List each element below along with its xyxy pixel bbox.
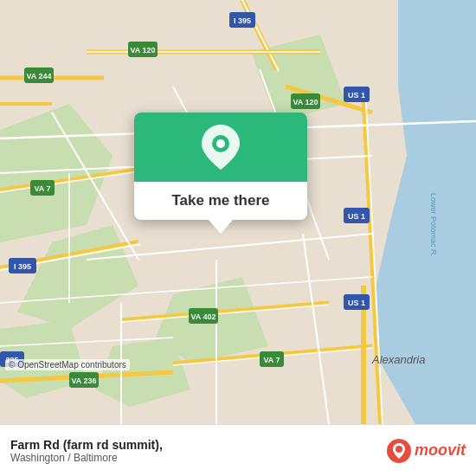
popup-header <box>134 113 307 182</box>
svg-text:VA 244: VA 244 <box>26 72 51 80</box>
osm-credit: © OpenStreetMap contributors <box>5 359 130 370</box>
svg-text:VA 120: VA 120 <box>293 98 318 106</box>
svg-text:VA 7: VA 7 <box>263 356 280 364</box>
svg-text:VA 236: VA 236 <box>71 376 96 385</box>
svg-text:US 1: US 1 <box>348 91 365 100</box>
svg-text:VA 7: VA 7 <box>34 184 50 193</box>
popup-card[interactable]: Take me there <box>134 113 307 220</box>
moovit-logo: moovit <box>387 439 466 463</box>
footer-location: Farm Rd (farm rd summit), Washington / B… <box>10 438 378 464</box>
svg-text:I 395: I 395 <box>234 16 251 25</box>
footer-bar: Farm Rd (farm rd summit), Washington / B… <box>0 424 476 476</box>
svg-text:Lower Potomac R.: Lower Potomac R. <box>429 193 438 257</box>
svg-point-71 <box>396 446 402 453</box>
svg-text:Alexandria: Alexandria <box>371 353 425 366</box>
take-me-there-label[interactable]: Take me there <box>171 192 269 209</box>
svg-text:US 1: US 1 <box>348 212 365 221</box>
location-region: Washington / Baltimore <box>10 452 378 464</box>
svg-text:VA 402: VA 402 <box>190 312 215 321</box>
popup-arrow <box>209 220 233 234</box>
svg-text:I 395: I 395 <box>14 262 31 271</box>
popup-text: Take me there <box>158 182 283 220</box>
svg-text:VA 120: VA 120 <box>130 46 155 55</box>
map-container: I 395 VA 120 VA 244 VA 7 I 395 VA 120 US… <box>0 0 476 424</box>
moovit-icon <box>387 439 411 463</box>
location-name: Farm Rd (farm rd summit), <box>10 438 378 452</box>
location-pin-icon <box>202 125 240 170</box>
svg-point-69 <box>216 139 225 148</box>
moovit-label: moovit <box>415 441 466 460</box>
svg-text:US 1: US 1 <box>348 299 365 307</box>
